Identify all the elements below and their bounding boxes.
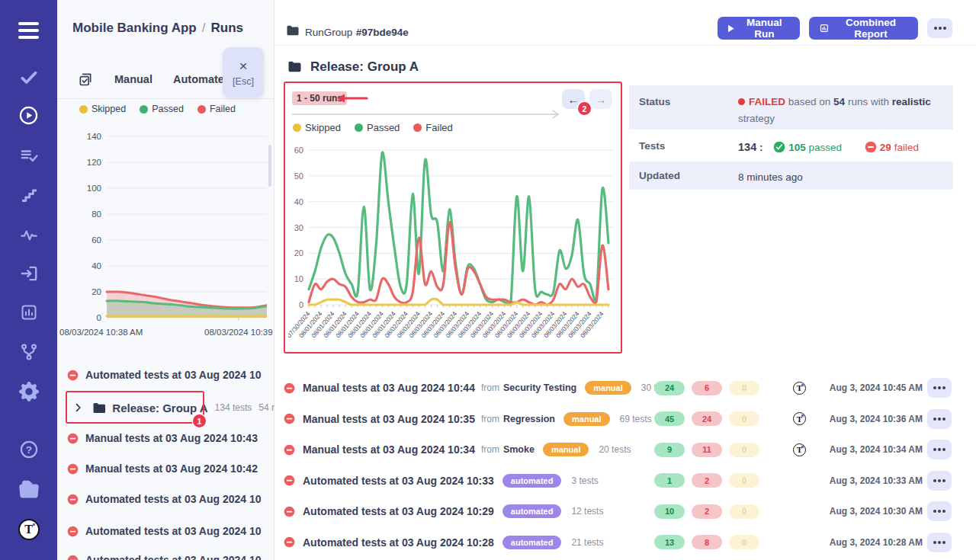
- run-name: Manual tests at 03 Aug 2024 10:34: [303, 443, 475, 456]
- run-list-item[interactable]: Automated tests at 03 Aug 2024 10: [67, 488, 274, 510]
- run-result-pills: 1380: [654, 535, 759, 549]
- runs-line-chart: 010203040506007/30/202408/01/202408/01/2…: [288, 142, 616, 349]
- test-list-icon[interactable]: [0, 146, 57, 166]
- run-timestamp: Aug 3, 2024 10:28 AM: [830, 537, 923, 548]
- chevron-right-icon[interactable]: [73, 402, 84, 413]
- row-more-actions-button[interactable]: [927, 501, 952, 521]
- combined-report-button[interactable]: Combined Report: [809, 17, 918, 40]
- run-list-item[interactable]: Automated tests at 03 Aug 2024 10: [67, 520, 274, 542]
- tabs-divider: [57, 98, 274, 99]
- run-title: Automated tests at 03 Aug 2024 10: [85, 493, 262, 505]
- failed-count-pill: 11: [692, 443, 722, 457]
- row-more-actions-button[interactable]: [927, 409, 952, 429]
- legend-skipped[interactable]: Skipped: [293, 122, 341, 133]
- skipped-count-pill: 0: [729, 381, 759, 395]
- chart-next-page-button[interactable]: →: [589, 89, 612, 109]
- rungroup-title: RunGroup #97bde94e: [305, 25, 409, 39]
- run-name: Automated tests at 03 Aug 2024 10:28: [303, 536, 494, 549]
- run-list-item[interactable]: Automated tests at 03 Aug 2024 10: [67, 549, 274, 560]
- failed-count-pill: 2: [692, 504, 722, 519]
- run-source[interactable]: Regression: [503, 414, 555, 424]
- manual-run-button[interactable]: Manual Run: [718, 17, 800, 40]
- passed-check-icon: [773, 141, 785, 153]
- run-from-label: from: [481, 444, 499, 455]
- steps-icon[interactable]: [0, 187, 57, 205]
- failed-run-icon: [67, 555, 79, 560]
- run-type-badge: automated: [502, 504, 562, 518]
- legend-failed[interactable]: Failed: [413, 122, 452, 133]
- row-more-actions-button[interactable]: [927, 471, 952, 491]
- import-icon[interactable]: [0, 264, 57, 283]
- failed-count-pill: 8: [692, 535, 722, 549]
- run-row[interactable]: Manual tests at 03 Aug 2024 10:44fromSec…: [284, 373, 953, 403]
- legend-passed[interactable]: Passed: [355, 122, 400, 133]
- mini-chart-x-label-right: 08/03/2024 10:39: [204, 328, 274, 337]
- run-row[interactable]: Manual tests at 03 Aug 2024 10:34fromSmo…: [284, 434, 953, 465]
- failed-count-pill: 6: [692, 381, 722, 395]
- run-timestamp: Aug 3, 2024 10:45 AM: [830, 382, 923, 393]
- failed-run-icon: [67, 463, 79, 475]
- run-source[interactable]: Security Testing: [503, 382, 576, 393]
- group-tests-count: 134 tests: [215, 402, 252, 413]
- run-timestamp: Aug 3, 2024 10:30 AM: [830, 506, 923, 517]
- run-list-item[interactable]: Manual tests at 03 Aug 2024 10:43: [67, 427, 274, 449]
- run-from-label: from: [481, 382, 499, 393]
- run-title: Automated tests at 03 Aug 2024 10: [85, 369, 262, 381]
- passed-count-pill: 9: [654, 443, 685, 457]
- run-list-item[interactable]: Manual tests at 03 Aug 2024 10:42: [67, 458, 274, 479]
- settings-gear-icon[interactable]: [0, 382, 57, 402]
- ellipsis-icon: [938, 386, 941, 389]
- row-more-actions-button[interactable]: [927, 440, 952, 459]
- menu-icon[interactable]: [0, 21, 57, 40]
- passed-count-pill: 45: [654, 411, 685, 426]
- tests-label: Tests: [639, 140, 665, 152]
- run-type-badge: automated: [502, 536, 562, 549]
- analytics-icon[interactable]: [0, 303, 57, 322]
- testomat-logo-icon[interactable]: T: [0, 519, 57, 539]
- projects-folder-icon[interactable]: [0, 479, 57, 499]
- tutorial-step-1-badge: 1: [193, 414, 206, 427]
- more-actions-button[interactable]: [927, 18, 952, 38]
- run-result-pills: 120: [654, 473, 759, 488]
- project-name[interactable]: Mobile Banking App: [72, 21, 197, 35]
- failed-count-pill: 2: [692, 473, 722, 488]
- esc-key-hint: [Esc]: [233, 76, 254, 87]
- close-overlay-button[interactable]: × [Esc]: [223, 47, 264, 98]
- run-tests-count: 69 tests: [620, 414, 652, 424]
- pulse-icon[interactable]: [0, 226, 57, 245]
- group-list-item-release[interactable]: Release: Group A134 tests54 r: [73, 395, 274, 420]
- svg-text:40: 40: [294, 197, 303, 206]
- run-row[interactable]: Manual tests at 03 Aug 2024 10:35fromReg…: [284, 404, 953, 434]
- updated-label: Updated: [639, 170, 680, 181]
- group-folder-icon: [288, 61, 301, 75]
- run-row[interactable]: Automated tests at 03 Aug 2024 10:29auto…: [284, 496, 953, 526]
- ellipsis-icon: [938, 541, 941, 544]
- svg-text:30: 30: [294, 223, 303, 232]
- legend-failed[interactable]: Failed: [197, 104, 236, 114]
- run-name: Automated tests at 03 Aug 2024 10:33: [303, 475, 494, 487]
- testomat-logo-icon: T: [793, 443, 806, 456]
- run-row[interactable]: Automated tests at 03 Aug 2024 10:28auto…: [284, 527, 953, 558]
- app-window: ? T Mobile Banking App/Runs Manual Autom…: [0, 0, 976, 560]
- run-row[interactable]: Automated tests at 03 Aug 2024 10:33auto…: [284, 466, 953, 496]
- help-icon[interactable]: ?: [0, 440, 57, 459]
- run-source[interactable]: Smoke: [503, 444, 535, 455]
- branch-icon[interactable]: [0, 342, 57, 362]
- project-runs-area-chart: 140120100806040200: [67, 130, 267, 322]
- close-icon[interactable]: ×: [239, 59, 247, 73]
- main-chart-legend: Skipped Passed Failed: [293, 122, 462, 133]
- panel-scrollbar[interactable]: [268, 145, 271, 187]
- select-runs-icon[interactable]: [78, 72, 93, 90]
- legend-passed[interactable]: Passed: [140, 104, 184, 114]
- ellipsis-icon: [938, 479, 941, 482]
- legend-skipped[interactable]: Skipped: [79, 104, 126, 114]
- row-more-actions-button[interactable]: [927, 378, 952, 398]
- tab-manual[interactable]: Manual: [114, 73, 152, 85]
- passed-count-pill: 24: [654, 381, 685, 395]
- report-chart-icon: [820, 23, 829, 34]
- row-more-actions-button[interactable]: [927, 533, 952, 552]
- run-list-item[interactable]: Automated tests at 03 Aug 2024 10: [67, 364, 274, 386]
- tasks-check-icon[interactable]: [0, 67, 57, 87]
- failed-run-icon: [284, 506, 295, 517]
- runs-play-icon[interactable]: [0, 105, 57, 126]
